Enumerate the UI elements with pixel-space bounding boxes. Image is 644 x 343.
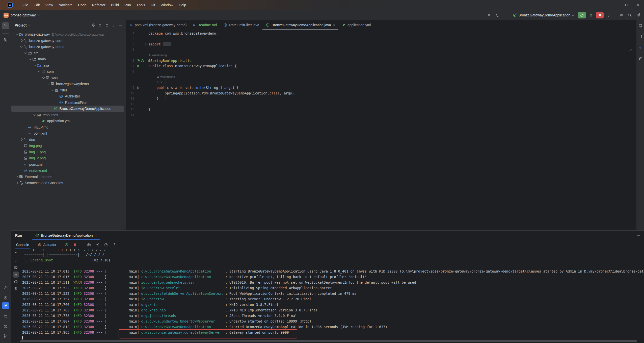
run-configuration-selector[interactable]: BronzeGatewayDemoApplication	[513, 13, 574, 17]
tree-item-external-libraries[interactable]: External Libraries	[11, 174, 126, 180]
tree-item-bronzegatewaydemo[interactable]: bronzegatewaydemo	[11, 81, 126, 87]
more-actions-icon[interactable]	[605, 12, 612, 19]
clear-console-icon[interactable]	[13, 286, 19, 292]
gauge-icon[interactable]	[103, 241, 109, 248]
tree-item-filter[interactable]: filter	[11, 87, 126, 93]
console-more-icon[interactable]	[111, 241, 118, 248]
project-toolwindow-button[interactable]	[2, 22, 9, 29]
tree-item-bronze-gateway-demo[interactable]: bronze-gateway-demo	[11, 44, 126, 50]
structure-toolwindow-button[interactable]	[2, 36, 9, 43]
menu-refactor[interactable]: Refactor	[89, 0, 108, 10]
services-toolwindow-button[interactable]	[2, 294, 9, 301]
tab-console[interactable]: Console	[15, 240, 30, 249]
author-inlay-hint[interactable]: wushusong	[157, 74, 175, 80]
editor-tab[interactable]: application.yml	[338, 20, 374, 30]
git-toolwindow-button[interactable]	[2, 332, 9, 339]
tree-item-java[interactable]: java	[11, 62, 126, 69]
tree-item-src[interactable]: src	[11, 50, 126, 56]
menu-file[interactable]: File	[20, 0, 31, 10]
menu-window[interactable]: Window	[158, 0, 176, 10]
menu-edit[interactable]: Edit	[31, 0, 43, 10]
run-toolwindow-button[interactable]	[2, 302, 9, 309]
tab-actuator[interactable]: Actuator	[37, 240, 57, 249]
tree-item-wss[interactable]: wss	[11, 75, 126, 81]
editor-tab[interactable]: mpom.xml (bronze-gateway-demo)	[126, 20, 190, 30]
close-tab-icon[interactable]: ×	[333, 23, 335, 27]
search-everywhere-icon[interactable]	[626, 12, 633, 19]
expand-collapse-icon[interactable]	[97, 22, 103, 28]
runplay-icon[interactable]	[136, 86, 140, 90]
scroll-up-icon[interactable]	[13, 250, 19, 256]
menu-git[interactable]: Git	[148, 0, 158, 10]
tree-item-readme-md[interactable]: Mreadme.md	[11, 167, 126, 174]
tree-item-bronze-gateway[interactable]: bronze-gatewayD:\my\project\idea\bronze-…	[11, 31, 126, 38]
thread-dump-icon[interactable]	[86, 241, 92, 248]
tree-item-com[interactable]: com	[11, 68, 126, 75]
scroll-to-end-icon[interactable]	[13, 272, 19, 278]
panel-options-icon[interactable]	[629, 233, 633, 237]
menu-tools[interactable]: Tools	[134, 0, 148, 10]
tree-item-pom-xml[interactable]: mpom.xml	[11, 130, 126, 137]
code-with-me-icon[interactable]	[618, 12, 625, 19]
tree-item-img-png[interactable]: img.png	[11, 143, 126, 149]
runplay-icon[interactable]	[136, 64, 140, 68]
rerun-icon[interactable]	[63, 241, 70, 248]
close-tab-icon[interactable]: ×	[95, 234, 97, 237]
tree-item-main[interactable]: main	[11, 56, 126, 62]
tree-item-ratelimitfilter[interactable]: CRateLimitFilter	[11, 100, 126, 106]
tree-item-resources[interactable]: resources	[11, 112, 126, 118]
horizontal-scrollbar-thumb[interactable]	[20, 340, 637, 342]
tree-item-scratches-and-consoles[interactable]: Scratches and Consoles	[11, 180, 126, 186]
editor-tab[interactable]: CRateLimitFilter.java	[220, 20, 262, 30]
menu-code[interactable]: Code	[75, 0, 89, 10]
tab-list-icon[interactable]	[629, 20, 633, 30]
tree-item-pom-xml[interactable]: mpom.xml	[11, 161, 126, 168]
build-toolwindow-button[interactable]	[2, 284, 9, 291]
terminal-toolwindow-button[interactable]	[2, 313, 9, 320]
related-items-inlay[interactable]	[157, 81, 163, 84]
editor-tab[interactable]: Mreadme.md	[190, 20, 220, 30]
run-tab[interactable]: BronzeGatewayDemoApplication ×	[32, 231, 100, 240]
tree-item-application-yml[interactable]: application.yml	[11, 118, 126, 124]
soft-wrap-icon[interactable]	[13, 264, 19, 271]
menu-navigate[interactable]: Navigate	[56, 0, 75, 10]
stop-button[interactable]	[596, 12, 604, 18]
dotted-circle-icon[interactable]	[494, 12, 501, 19]
menu-help[interactable]: Help	[176, 0, 189, 10]
tree-item-bronze-gateway-core[interactable]: bronze-gateway-core	[11, 38, 126, 44]
hide-panel-icon[interactable]	[636, 233, 640, 237]
fold-icon[interactable]	[144, 42, 147, 46]
gradle-toolwindow-button[interactable]	[637, 55, 644, 62]
console-output[interactable]: ' |____| .__|_| |_|_| |_\__, | / / / / =…	[11, 249, 644, 339]
database-toolwindow-button[interactable]	[637, 33, 644, 40]
maven-toolwindow-button[interactable]: m	[637, 44, 644, 51]
tree-item-bronzegatewaydemoapplication[interactable]: BronzeGatewayDemoApplication	[11, 106, 124, 112]
tree-item-img-2-png[interactable]: img_2.png	[11, 155, 126, 161]
export-icon[interactable]	[94, 241, 101, 248]
notifications-bell-icon[interactable]	[637, 22, 644, 29]
editor-tab[interactable]: BronzeGatewayDemoApplication.java×	[262, 20, 338, 30]
menu-view[interactable]: View	[43, 0, 56, 10]
tree-item-doc[interactable]: doc	[11, 137, 126, 143]
maximize-button[interactable]	[621, 0, 632, 10]
panel-options-icon[interactable]	[111, 22, 117, 28]
close-button[interactable]	[632, 0, 644, 10]
project-panel-title[interactable]: Project	[15, 23, 30, 27]
tree-item-img-1-png[interactable]: img_1.png	[11, 149, 126, 155]
menu-build[interactable]: Build	[108, 0, 122, 10]
print-icon[interactable]	[13, 279, 19, 285]
more-toolwindows-button[interactable]	[2, 46, 9, 54]
tree-item-help-md[interactable]: MHELP.md	[11, 124, 126, 131]
debug-button[interactable]	[587, 12, 595, 19]
minimize-button[interactable]	[609, 0, 621, 10]
author-inlay-hint[interactable]: wushusong	[148, 53, 167, 58]
locate-file-icon[interactable]	[90, 22, 96, 28]
stop-icon[interactable]	[72, 241, 78, 248]
problems-toolwindow-button[interactable]	[2, 323, 9, 330]
project-selector[interactable]: bronze-gateway	[11, 10, 39, 20]
collapse-all-icon[interactable]	[104, 22, 110, 28]
scroll-down-icon[interactable]	[13, 257, 19, 263]
tree-item-authfilter[interactable]: CAuthFilter	[11, 93, 126, 100]
settings-gear-icon[interactable]	[635, 12, 642, 19]
rerun-button[interactable]	[578, 12, 586, 18]
